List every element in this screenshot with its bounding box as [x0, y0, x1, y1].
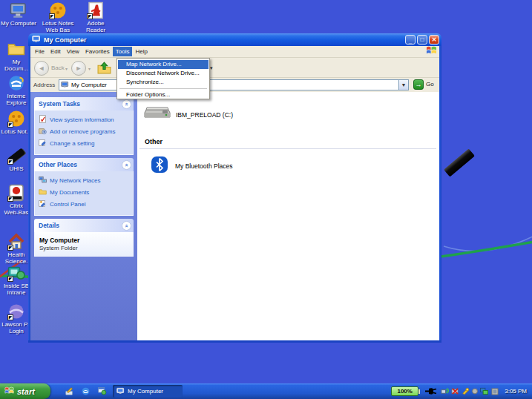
- system-tasks-body: View system information Add or remove pr…: [34, 111, 134, 155]
- menu-favorites[interactable]: Favorites: [82, 47, 113, 56]
- collapse-chevron-icon[interactable]: »: [122, 160, 131, 170]
- task-view-system-information[interactable]: View system information: [39, 115, 131, 125]
- task-label: Change a setting: [50, 140, 95, 148]
- link-my-documents[interactable]: My Documents: [39, 188, 131, 198]
- shortcut-arrow-icon: ◤: [87, 13, 93, 19]
- drive-label: IBM_PRELOAD (C:): [176, 111, 233, 119]
- details-title: Details: [39, 222, 59, 229]
- address-combo[interactable]: My Computer ▼: [59, 79, 409, 90]
- menu-item-disconnect-network-drive[interactable]: Disconnect Network Drive...: [118, 69, 208, 78]
- security-key-tray-icon[interactable]: [462, 387, 470, 395]
- desktop-icon-label: Lawson PaLogin: [1, 321, 31, 334]
- address-bar: Address My Computer ▼ → Go: [30, 78, 439, 92]
- bluetooth-places-item[interactable]: My Bluetooth Places: [150, 155, 232, 177]
- internet-explorer-quicklaunch-icon[interactable]: [80, 386, 91, 396]
- details-body: My Computer System Folder: [34, 232, 134, 257]
- quick-launch: [64, 386, 107, 396]
- up-button[interactable]: [97, 62, 111, 78]
- menu-item-synchronize[interactable]: Synchronize...: [118, 78, 208, 87]
- other-places-title: Other Places: [39, 161, 77, 168]
- details-header[interactable]: Details »: [34, 219, 134, 232]
- volume-tray-icon[interactable]: [472, 387, 478, 395]
- window-icon: [32, 33, 41, 47]
- updates-tray-icon[interactable]: [490, 387, 499, 395]
- network-places-icon: [39, 176, 47, 186]
- details-item-name: My Computer: [39, 237, 130, 244]
- window-title: My Computer: [44, 36, 404, 44]
- window-body: File Edit View Favorites Tools Help ◄ Ba…: [30, 46, 439, 340]
- power-plug-icon[interactable]: [424, 387, 439, 395]
- forward-button[interactable]: ►: [71, 61, 86, 76]
- desktop-icon-my-computer[interactable]: My Computer: [0, 1, 37, 27]
- menu-help[interactable]: Help: [132, 47, 150, 56]
- tools-dropdown-menu: Map Network Drive... Disconnect Network …: [116, 58, 210, 99]
- computer-icon: [10, 1, 27, 19]
- back-dropdown-icon[interactable]: ▾: [65, 66, 68, 71]
- menu-edit[interactable]: Edit: [47, 47, 64, 56]
- shortcut-arrow-icon: ◤: [49, 13, 55, 19]
- citrix-icon: ◤: [7, 184, 25, 202]
- menu-item-map-network-drive[interactable]: Map Network Drive...: [118, 60, 208, 69]
- system-tray: 100% 3:05 PM: [391, 383, 532, 399]
- task-change-a-setting[interactable]: Change a setting: [39, 139, 131, 149]
- forward-dropdown-icon[interactable]: ▾: [88, 66, 91, 71]
- window-titlebar[interactable]: My Computer _ □ ✕: [28, 33, 441, 46]
- minimize-button[interactable]: _: [405, 35, 416, 44]
- shortcut-arrow-icon: ◤: [7, 122, 13, 128]
- other-places-box: Other Places » My Network Places My Docu…: [34, 158, 134, 216]
- network-disconnected-tray-icon[interactable]: [451, 387, 459, 395]
- adobe-reader-icon: ◤: [87, 1, 105, 19]
- system-tasks-title: System Tasks: [39, 100, 80, 108]
- menu-tools[interactable]: Tools: [113, 47, 133, 56]
- maximize-button[interactable]: □: [417, 35, 427, 44]
- collapse-chevron-icon[interactable]: »: [122, 221, 131, 231]
- details-box: Details » My Computer System Folder: [34, 219, 134, 257]
- link-my-network-places[interactable]: My Network Places: [39, 176, 131, 186]
- start-label: start: [17, 387, 35, 396]
- internet-explorer-icon: [7, 74, 25, 92]
- menu-file[interactable]: File: [32, 47, 47, 56]
- battery-indicator[interactable]: 100%: [391, 386, 418, 396]
- group-header-other: Other: [145, 138, 162, 145]
- desktop-icon-label: Lotus Not...: [1, 128, 32, 135]
- go-button[interactable]: →: [413, 79, 424, 90]
- windows-flag-icon: [426, 45, 437, 59]
- shortcut-arrow-icon: ◤: [7, 314, 13, 320]
- address-dropdown-button[interactable]: ▼: [398, 80, 408, 90]
- desktop-icon-lotus-notes-web[interactable]: ◤ Lotus NotesWeb Bas: [39, 1, 76, 33]
- close-button[interactable]: ✕: [429, 35, 439, 44]
- desktop-icon-label: Lotus NotesWeb Bas: [42, 20, 74, 33]
- task-add-remove-programs[interactable]: Add or remove programs: [39, 127, 131, 137]
- taskbar-clock[interactable]: 3:05 PM: [505, 388, 527, 395]
- network-connection-tray-icon[interactable]: [480, 387, 488, 395]
- back-button[interactable]: ◄: [34, 61, 49, 76]
- collapse-chevron-icon[interactable]: »: [122, 99, 131, 109]
- window-border-right: [439, 46, 441, 343]
- windows-flag-icon: [4, 385, 14, 398]
- link-label: Control Panel: [50, 201, 85, 208]
- folder-icon: [39, 188, 47, 198]
- menu-bar: File Edit View Favorites Tools Help: [30, 46, 439, 58]
- intranet-computer-icon: ◤: [7, 264, 25, 282]
- link-control-panel[interactable]: Control Panel: [39, 200, 131, 210]
- taskbar-button-my-computer[interactable]: My Computer: [113, 385, 183, 398]
- views-dropdown-icon[interactable]: ▾: [210, 65, 213, 71]
- start-button[interactable]: start: [0, 383, 50, 399]
- drive-item-c[interactable]: IBM_PRELOAD (C:): [143, 105, 233, 124]
- desktop-icon-label: Inside SBIntrane: [4, 283, 29, 296]
- window-content-area: System Tasks » View system information A…: [30, 92, 439, 340]
- link-label: My Documents: [50, 189, 89, 197]
- show-desktop-icon[interactable]: [64, 386, 74, 396]
- menu-view[interactable]: View: [64, 47, 82, 56]
- control-panel-icon: [39, 200, 47, 210]
- details-item-type: System Folder: [39, 245, 130, 251]
- window-switcher-icon[interactable]: [96, 386, 107, 396]
- desktop-icon-label: My Computer: [1, 20, 36, 27]
- file-list-area[interactable]: IBM_PRELOAD (C:) Other My Bluetooth Plac…: [137, 92, 439, 340]
- menu-item-folder-options[interactable]: Folder Options...: [118, 90, 208, 99]
- navigation-toolbar: ◄ Back ▾ ► ▾ ▾: [30, 59, 439, 78]
- wireless-signal-tray-icon[interactable]: [441, 387, 449, 395]
- computer-icon: [61, 79, 69, 92]
- other-places-header[interactable]: Other Places »: [34, 158, 134, 171]
- shortcut-arrow-icon: ◤: [7, 276, 13, 282]
